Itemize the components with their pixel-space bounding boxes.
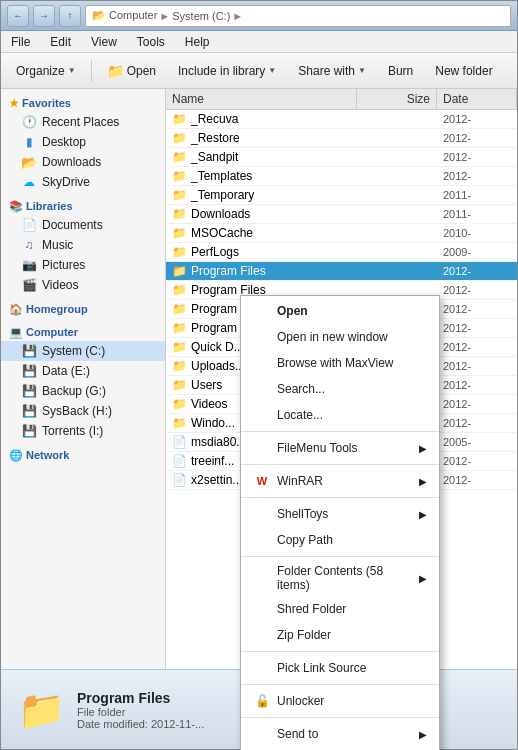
file-size: [357, 232, 437, 234]
file-name: x2settin...: [191, 473, 242, 487]
computer-header[interactable]: 💻 Computer: [1, 322, 165, 341]
homegroup-header[interactable]: 🏠 Homegroup: [1, 299, 165, 318]
sidebar-item-skydrive[interactable]: ☁ SkyDrive: [1, 172, 165, 192]
sidebar-item-system-c[interactable]: 💾 System (C:): [1, 341, 165, 361]
context-menu-item[interactable]: WWinRAR▶: [241, 468, 439, 494]
context-menu-item-icon: [253, 659, 271, 677]
title-bar-nav: ← → ↑ 📂 Computer ► System (C:) ►: [7, 5, 511, 27]
table-row[interactable]: 📁_Sandpit2012-: [166, 148, 517, 167]
sidebar-item-music[interactable]: ♫ Music: [1, 235, 165, 255]
file-name: _Sandpit: [191, 150, 238, 164]
context-menu-item[interactable]: Zip Folder: [241, 622, 439, 648]
sidebar-item-videos[interactable]: 🎬 Videos: [1, 275, 165, 295]
sidebar-item-desktop[interactable]: ▮ Desktop: [1, 132, 165, 152]
context-menu-item[interactable]: Copy Path: [241, 527, 439, 553]
documents-icon: 📄: [21, 217, 37, 233]
favorites-header[interactable]: ★ Favorites: [1, 93, 165, 112]
context-menu-item-label: Open in new window: [277, 330, 388, 344]
file-name: Videos: [191, 397, 227, 411]
open-button[interactable]: 📁 Open: [98, 58, 165, 84]
context-menu-item[interactable]: Open in new window: [241, 324, 439, 350]
burn-button[interactable]: Burn: [379, 59, 422, 83]
table-row[interactable]: 📁Program Files2012-: [166, 262, 517, 281]
homegroup-icon: 🏠: [9, 303, 23, 315]
menu-help[interactable]: Help: [181, 33, 214, 51]
share-with-button[interactable]: Share with ▼: [289, 59, 375, 83]
context-menu-item-label: Open: [277, 304, 308, 318]
context-menu-separator: [241, 464, 439, 465]
context-menu-item[interactable]: 🔓Unlocker: [241, 688, 439, 714]
drive-i-icon: 💾: [21, 423, 37, 439]
toolbar: Organize ▼ 📁 Open Include in library ▼ S…: [1, 53, 517, 89]
folder-icon: 📁: [172, 188, 187, 202]
context-menu-item[interactable]: Pick Link Source: [241, 655, 439, 681]
file-size: [357, 156, 437, 158]
file-date: 2012-: [437, 321, 517, 335]
file-date: 2009-: [437, 245, 517, 259]
new-folder-label: New folder: [435, 64, 492, 78]
sidebar-item-recent-places[interactable]: 🕐 Recent Places: [1, 112, 165, 132]
up-button[interactable]: ↑: [59, 5, 81, 27]
context-menu-item-label: Search...: [277, 382, 325, 396]
address-bar[interactable]: 📂 Computer ► System (C:) ►: [85, 5, 511, 27]
sidebar-item-torrents-i[interactable]: 💾 Torrents (I:): [1, 421, 165, 441]
table-row[interactable]: 📁_Recuva2012-: [166, 110, 517, 129]
table-row[interactable]: 📁_Templates2012-: [166, 167, 517, 186]
include-library-button[interactable]: Include in library ▼: [169, 59, 285, 83]
col-header-name[interactable]: Name: [166, 89, 357, 109]
table-row[interactable]: 📁Downloads2011-: [166, 205, 517, 224]
sidebar: ★ Favorites 🕐 Recent Places ▮ Desktop 📂 …: [1, 89, 166, 669]
menu-tools[interactable]: Tools: [133, 33, 169, 51]
file-date: 2012-: [437, 131, 517, 145]
sidebar-item-pictures[interactable]: 📷 Pictures: [1, 255, 165, 275]
table-row[interactable]: 📁_Restore2012-: [166, 129, 517, 148]
context-menu-item[interactable]: FileMenu Tools▶: [241, 435, 439, 461]
context-menu-item-arrow: ▶: [419, 443, 427, 454]
sidebar-item-data-e[interactable]: 💾 Data (E:): [1, 361, 165, 381]
context-menu-item[interactable]: Send to▶: [241, 721, 439, 747]
context-menu-item[interactable]: ShellToys▶: [241, 501, 439, 527]
context-menu-item[interactable]: Folder Contents (58 items)▶: [241, 560, 439, 596]
sidebar-item-sysback-h[interactable]: 💾 SysBack (H:): [1, 401, 165, 421]
network-header[interactable]: 🌐 Network: [1, 445, 165, 464]
menu-edit[interactable]: Edit: [46, 33, 75, 51]
table-row[interactable]: 📁MSOCache2010-: [166, 224, 517, 243]
organize-arrow: ▼: [68, 66, 76, 75]
menu-view[interactable]: View: [87, 33, 121, 51]
sidebar-item-downloads[interactable]: 📂 Downloads: [1, 152, 165, 172]
back-button[interactable]: ←: [7, 5, 29, 27]
context-menu-item-label: Pick Link Source: [277, 661, 366, 675]
file-date: 2012-: [437, 397, 517, 411]
file-date: 2012-: [437, 454, 517, 468]
file-size: [357, 118, 437, 120]
drive-h-icon: 💾: [21, 403, 37, 419]
folder-icon: 📁: [172, 397, 187, 411]
new-folder-button[interactable]: New folder: [426, 59, 501, 83]
context-menu-item-label: Locate...: [277, 408, 323, 422]
file-date: 2012-: [437, 340, 517, 354]
menu-file[interactable]: File: [7, 33, 34, 51]
context-menu-separator: [241, 497, 439, 498]
sidebar-item-documents[interactable]: 📄 Documents: [1, 215, 165, 235]
sidebar-item-backup-g[interactable]: 💾 Backup (G:): [1, 381, 165, 401]
table-row[interactable]: 📁_Temporary2011-: [166, 186, 517, 205]
videos-icon: 🎬: [21, 277, 37, 293]
context-menu-item-icon: [253, 569, 271, 587]
context-menu-item[interactable]: Shred Folder: [241, 596, 439, 622]
col-header-date[interactable]: Date: [437, 89, 517, 109]
toolbar-sep-1: [91, 60, 92, 82]
folder-icon: 📁: [172, 359, 187, 373]
open-icon: 📁: [107, 63, 124, 79]
drive-e-icon: 💾: [21, 363, 37, 379]
context-menu-item[interactable]: Locate...: [241, 402, 439, 428]
col-header-size[interactable]: Size: [357, 89, 437, 109]
organize-button[interactable]: Organize ▼: [7, 59, 85, 83]
forward-button[interactable]: →: [33, 5, 55, 27]
context-menu-item[interactable]: Browse with MaxView: [241, 350, 439, 376]
file-name: _Recuva: [191, 112, 238, 126]
table-row[interactable]: 📁PerfLogs2009-: [166, 243, 517, 262]
libraries-header[interactable]: 📚 Libraries: [1, 196, 165, 215]
context-menu-separator: [241, 651, 439, 652]
context-menu-item[interactable]: Open: [241, 298, 439, 324]
context-menu-item[interactable]: Search...: [241, 376, 439, 402]
